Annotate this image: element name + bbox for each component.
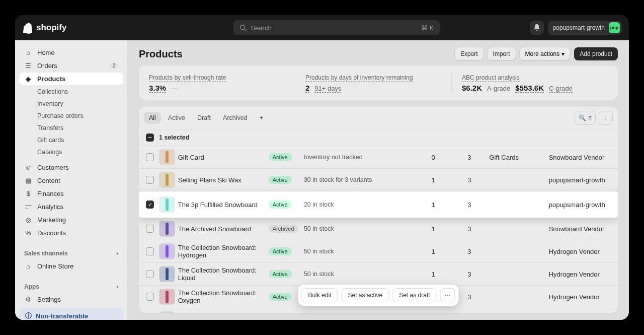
discounts-icon: % <box>24 229 32 237</box>
store-chip[interactable]: popupsmart-growth pop <box>548 21 622 35</box>
product-thumb <box>159 196 175 213</box>
table-row[interactable]: The Archived Snowboard Archived 50 in st… <box>139 218 618 240</box>
row-checkbox[interactable] <box>146 293 154 301</box>
more-label: More actions <box>525 50 560 57</box>
table-row[interactable]: ✓ The 3p Fulfilled Snowboard Active 20 i… <box>139 191 618 218</box>
sidebar-item-products[interactable]: ◈ Products <box>19 73 123 85</box>
metric-value-2: $553.6K <box>515 84 544 93</box>
app-frame: shopify Search ⌘ K popupsmart-growth pop… <box>15 15 629 320</box>
row-checkbox[interactable] <box>146 270 154 278</box>
row-checkbox[interactable]: ✓ <box>146 200 154 209</box>
more-actions-button[interactable]: More actions▾ <box>520 47 571 60</box>
sidebar-item-marketing[interactable]: ◎Marketing <box>19 214 123 226</box>
status-badge: Active <box>269 153 292 161</box>
search-bar[interactable]: Search ⌘ K <box>233 20 440 35</box>
sidebar-sub-giftcards[interactable]: Gift cards <box>19 134 123 146</box>
add-product-button[interactable]: Add product <box>574 47 618 60</box>
product-thumb <box>159 172 175 188</box>
table-row[interactable]: The Collection Snowboard: Hydrogen Activ… <box>139 240 618 263</box>
bell-icon <box>533 24 541 32</box>
page-title: Products <box>139 48 183 60</box>
metric-inventory-days[interactable]: Products by days of inventory remaining … <box>295 73 452 93</box>
store-name: popupsmart-growth <box>553 24 605 31</box>
tab-archived[interactable]: Archived <box>218 112 253 124</box>
topbar: shopify Search ⌘ K popupsmart-growth pop <box>15 15 629 40</box>
selected-count: 1 selected <box>159 134 189 141</box>
sidebar-label: Customers <box>37 164 69 171</box>
marketing-icon: ◎ <box>24 216 32 224</box>
nontransferable-banner[interactable]: ⓘNon-transferable <box>19 308 123 320</box>
sidebar-item-finances[interactable]: $Finances <box>19 187 123 200</box>
col-count: 3 <box>438 271 471 278</box>
product-thumb <box>159 266 175 282</box>
sidebar-sub-catalogs[interactable]: Catalogs <box>19 146 123 158</box>
sidebar-sub-collections[interactable]: Collections <box>19 86 123 98</box>
search-filter-button[interactable]: 🔍≡ <box>575 111 596 125</box>
home-icon: ⌂ <box>24 49 32 56</box>
row-checkbox[interactable] <box>146 153 154 161</box>
select-all-checkbox[interactable]: − <box>146 133 154 142</box>
product-thumb <box>159 311 175 313</box>
tab-add[interactable]: + <box>255 112 267 124</box>
product-name: Selling Plans Ski Wax <box>178 176 266 184</box>
gear-icon: ⚙ <box>24 296 32 303</box>
sidebar-label: Analytics <box>37 203 63 211</box>
row-checkbox[interactable] <box>146 225 154 233</box>
customers-icon: ☺ <box>24 164 32 171</box>
sidebar-item-customers[interactable]: ☺Customers <box>19 161 123 174</box>
table-row[interactable]: Selling Plans Ski Wax Active 30 in stock… <box>139 169 618 191</box>
col-vendor: Hydrogen Vendor <box>534 293 611 301</box>
sidebar-item-orders[interactable]: ☰ Orders 2 <box>19 59 123 72</box>
analytics-icon: ⫍ <box>24 203 32 211</box>
metric-sub: 91+ days <box>314 85 341 93</box>
sidebar-item-content[interactable]: ▤Content <box>19 174 123 187</box>
metric-sellthrough[interactable]: Products by sell-through rate 3.3%— <box>149 73 295 93</box>
set-active-button[interactable]: Set as active <box>341 288 389 302</box>
sidebar-item-settings[interactable]: ⚙Settings <box>19 293 123 306</box>
set-draft-button[interactable]: Set as draft <box>392 288 436 302</box>
sidebar-item-onlinestore[interactable]: ⌂Online Store <box>19 260 123 273</box>
status-badge: Active <box>269 200 292 209</box>
table-row[interactable]: Gift Card Active Inventory not tracked 0… <box>139 146 618 169</box>
shopify-icon <box>22 22 33 34</box>
sidebar-section-apps[interactable]: Apps› <box>19 280 123 293</box>
table-row[interactable]: The Collection Snowboard: Liquid Active … <box>139 263 618 286</box>
metric-abc[interactable]: ABC product analysis $6.2KA-grade $553.6… <box>452 73 608 93</box>
notifications-button[interactable] <box>530 21 544 35</box>
banner-label: Non-transferable <box>36 312 88 320</box>
col-variants: 1 <box>402 201 435 209</box>
row-checkbox[interactable] <box>146 247 154 255</box>
inventory-text: Inventory not tracked <box>304 154 399 161</box>
col-vendor: Snowboard Vendor <box>534 225 611 233</box>
col-count: 3 <box>438 176 471 184</box>
tab-all[interactable]: All <box>144 112 161 124</box>
product-name: The Archived Snowboard <box>178 225 266 233</box>
tab-draft[interactable]: Draft <box>192 112 216 124</box>
sort-button[interactable]: ↕ <box>599 111 613 125</box>
sidebar-label: Content <box>37 177 60 184</box>
section-label: Apps <box>24 283 39 290</box>
chevron-right-icon: › <box>116 283 118 290</box>
table-row[interactable]: The Compare at Price Snowboard Active 10… <box>139 308 618 313</box>
import-button[interactable]: Import <box>488 47 516 60</box>
bulk-edit-button[interactable]: Bulk edit <box>301 288 338 302</box>
sidebar-item-discounts[interactable]: %Discounts <box>19 227 123 239</box>
sidebar-label: Orders <box>37 62 57 70</box>
sidebar-label: Home <box>37 49 55 56</box>
inventory-text: 50 in stock <box>304 248 399 255</box>
row-checkbox[interactable] <box>146 176 154 184</box>
selection-row: − 1 selected <box>139 129 618 146</box>
logo[interactable]: shopify <box>22 22 66 34</box>
metric-sub-2: C-grade <box>549 85 573 93</box>
bulk-more-button[interactable]: ⋯ <box>440 288 455 302</box>
sidebar-sub-purchase[interactable]: Purchase orders <box>19 110 123 122</box>
main-content: Products Export Import More actions▾ Add… <box>128 40 629 320</box>
sidebar-sub-transfers[interactable]: Transfers <box>19 122 123 134</box>
tab-active[interactable]: Active <box>163 112 190 124</box>
sidebar-item-home[interactable]: ⌂ Home <box>19 46 123 59</box>
sidebar-sub-inventory[interactable]: Inventory <box>19 98 123 110</box>
sidebar-item-analytics[interactable]: ⫍Analytics <box>19 200 123 213</box>
product-thumb <box>159 289 175 305</box>
sidebar-section-sales[interactable]: Sales channels› <box>19 247 123 260</box>
export-button[interactable]: Export <box>455 47 484 60</box>
